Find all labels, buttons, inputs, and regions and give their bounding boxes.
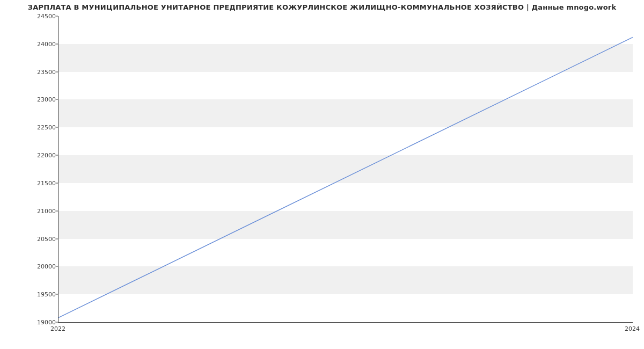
y-tick-label: 24500 <box>29 13 56 20</box>
y-tick-mark <box>56 99 58 100</box>
y-tick-label: 19000 <box>29 319 56 326</box>
y-tick-label: 23000 <box>29 96 56 103</box>
y-tick-mark <box>56 43 58 44</box>
y-tick-mark <box>56 322 58 323</box>
y-tick-mark <box>56 71 58 72</box>
plot-area <box>58 16 633 323</box>
y-tick-label: 20000 <box>29 263 56 270</box>
line-layer <box>58 16 633 322</box>
y-tick-label: 23500 <box>29 68 56 75</box>
y-tick-mark <box>56 210 58 211</box>
y-tick-mark <box>56 16 58 17</box>
chart-title: ЗАРПЛАТА В МУНИЦИПАЛЬНОЕ УНИТАРНОЕ ПРЕДП… <box>0 3 644 11</box>
y-tick-mark <box>56 183 58 183</box>
y-tick-mark <box>56 155 58 156</box>
y-tick-mark <box>56 266 58 267</box>
y-tick-mark <box>56 127 58 128</box>
y-tick-label: 22000 <box>29 152 56 159</box>
y-tick-mark <box>56 294 58 295</box>
series-line <box>58 37 633 317</box>
x-tick-label: 2022 <box>50 325 65 332</box>
y-tick-label: 22500 <box>29 124 56 131</box>
y-tick-mark <box>56 238 58 239</box>
chart-container: ЗАРПЛАТА В МУНИЦИПАЛЬНОЕ УНИТАРНОЕ ПРЕДП… <box>0 0 644 349</box>
y-tick-label: 20500 <box>29 235 56 242</box>
y-tick-label: 19500 <box>29 291 56 298</box>
y-tick-label: 21500 <box>29 179 56 186</box>
y-tick-label: 21000 <box>29 207 56 214</box>
y-tick-label: 24000 <box>29 40 56 47</box>
x-tick-label: 2024 <box>625 325 640 332</box>
